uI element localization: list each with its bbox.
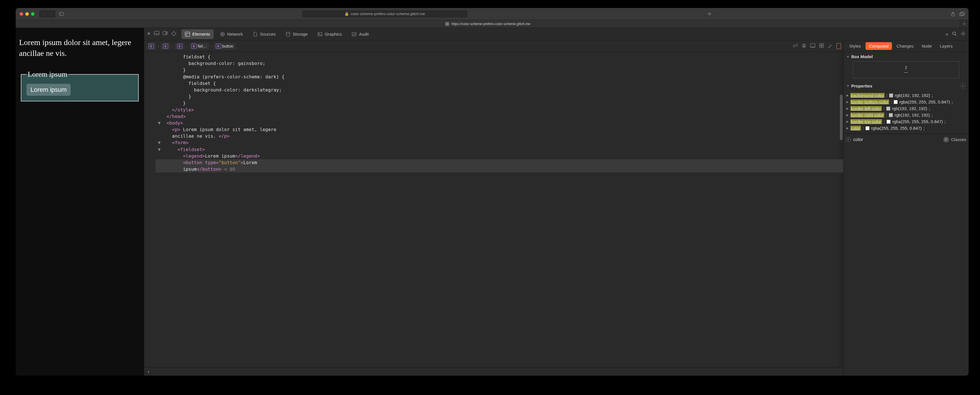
breadcrumb-item[interactable]: E	[161, 43, 170, 49]
devtools-tabbar: ✕ Elements Network Sources	[144, 28, 444, 40]
breadcrumb-item[interactable]: Ebutton	[214, 43, 235, 49]
page-paragraph: Lorem ipsum dolor sit amet, legere ancil…	[19, 37, 140, 59]
page-fieldset: Lorem ipsum Lorem ipsum	[21, 70, 139, 102]
svg-point-20	[319, 33, 320, 34]
minimize-window-button[interactable]	[25, 12, 29, 16]
back-button[interactable]: ‹	[40, 11, 47, 17]
page-button[interactable]: Lorem ipsum	[27, 84, 71, 96]
breadcrumb-item[interactable]: Efiel…	[189, 43, 209, 49]
titlebar: ‹ › 🔒 color-scheme-prefers-color-scheme.…	[16, 8, 444, 20]
breadcrumb-item[interactable]: E	[146, 43, 156, 49]
svg-point-9	[172, 32, 175, 35]
tab-sources[interactable]: Sources	[249, 29, 279, 39]
tab-sources-label: Sources	[260, 32, 276, 37]
svg-rect-0	[60, 12, 64, 15]
rendered-page: Lorem ipsum dolor sit amet, legere ancil…	[16, 28, 144, 180]
close-window-button[interactable]	[20, 12, 23, 16]
dock-side-icon[interactable]	[163, 31, 168, 37]
tab-elements-label: Elements	[192, 32, 210, 37]
url-bar[interactable]: 🔒 color-scheme-prefers-color-scheme.glit…	[302, 10, 444, 18]
breadcrumb-item[interactable]: E	[175, 43, 185, 49]
content-split: Lorem ipsum dolor sit amet, legere ancil…	[16, 28, 444, 180]
tab-graphics-label: Graphics	[325, 32, 342, 37]
forward-button[interactable]: ›	[48, 11, 55, 17]
tab-audit[interactable]: Audit	[348, 29, 372, 39]
dom-tree[interactable]: fieldset { background-color: gainsboro; …	[144, 52, 444, 180]
target-icon[interactable]	[171, 31, 177, 37]
lock-icon: 🔒	[344, 12, 349, 16]
safari-window: ‹ › 🔒 color-scheme-prefers-color-scheme.…	[16, 8, 444, 180]
zoom-window-button[interactable]	[31, 12, 35, 16]
url-text: color-scheme-prefers-color-scheme.glitch…	[351, 12, 425, 16]
elements-toolbar: E › E › E › Efiel… › Ebutton	[144, 40, 444, 52]
svg-rect-14	[185, 32, 190, 37]
devtools: ✕ Elements Network Sources	[144, 28, 444, 180]
tab-network[interactable]: Network	[216, 29, 247, 39]
close-devtools-icon[interactable]: ✕	[147, 31, 151, 37]
traffic-lights	[20, 12, 35, 16]
svg-rect-5	[154, 31, 159, 35]
tab-storage[interactable]: Storage	[282, 29, 311, 39]
dock-bottom-icon[interactable]	[154, 31, 159, 37]
svg-rect-7	[163, 31, 167, 35]
page-legend: Lorem ipsum	[27, 70, 68, 79]
browser-tab[interactable]: C https://color-scheme-prefers-color-sch…	[16, 20, 444, 28]
devtools-left-icons: ✕	[147, 31, 177, 37]
elements-panel: E › E › E › Efiel… › Ebutton	[144, 40, 444, 180]
tab-audit-label: Audit	[359, 32, 369, 37]
tab-graphics[interactable]: Graphics	[314, 29, 345, 39]
nav-back-forward: ‹ ›	[39, 10, 56, 18]
page-form: Lorem ipsum Lorem ipsum	[19, 70, 140, 102]
tab-elements[interactable]: Elements	[181, 29, 214, 39]
svg-point-18	[286, 32, 290, 33]
tab-bar: C https://color-scheme-prefers-color-sch…	[16, 20, 444, 28]
sidebar-toggle-button[interactable]	[58, 11, 65, 17]
tab-network-label: Network	[228, 32, 243, 37]
tab-storage-label: Storage	[293, 32, 308, 37]
svg-rect-19	[318, 32, 322, 36]
